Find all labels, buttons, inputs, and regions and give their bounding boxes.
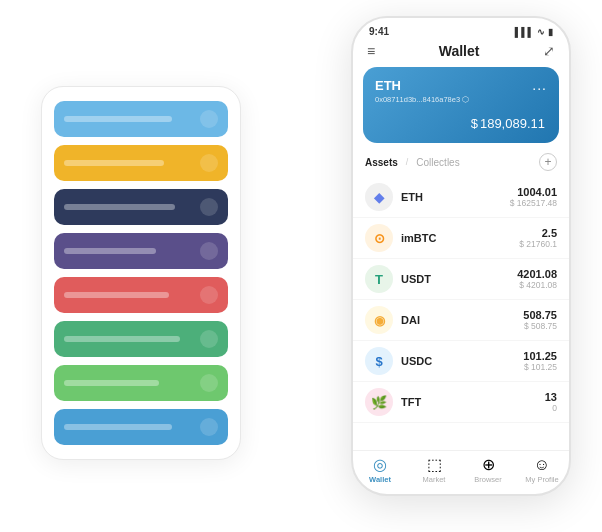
card-item-2[interactable]: [54, 189, 228, 225]
asset-name-usdt: USDT: [401, 273, 517, 285]
asset-name-imbtc: imBTC: [401, 232, 519, 244]
asset-icon-tft: 🌿: [365, 388, 393, 416]
asset-usd: $ 508.75: [523, 321, 557, 331]
asset-amount: 13: [545, 391, 557, 403]
eth-card-balance: $189,089.11: [375, 110, 547, 133]
wifi-icon: ∿: [537, 27, 545, 37]
card-item-5[interactable]: [54, 321, 228, 357]
asset-usd: $ 162517.48: [510, 198, 557, 208]
asset-name-usdc: USDC: [401, 355, 523, 367]
card-item-0[interactable]: [54, 101, 228, 137]
card-item-6[interactable]: [54, 365, 228, 401]
asset-icon-imbtc: ⊙: [365, 224, 393, 252]
nav-label-0: Wallet: [369, 475, 391, 484]
assets-tabs: Assets / Collectles: [365, 157, 460, 168]
asset-usd: 0: [545, 403, 557, 413]
asset-amount: 4201.08: [517, 268, 557, 280]
card-icon-4: [200, 286, 218, 304]
bottom-nav: ◎Wallet⬚Market⊕Browser☺My Profile: [353, 450, 569, 494]
menu-icon[interactable]: ≡: [367, 43, 375, 59]
card-icon-3: [200, 242, 218, 260]
asset-values-tft: 130: [545, 391, 557, 413]
asset-icon-eth: ◆: [365, 183, 393, 211]
asset-icon-usdc: $: [365, 347, 393, 375]
phone-header: ≡ Wallet ⤢: [353, 41, 569, 67]
eth-card-menu[interactable]: ...: [532, 77, 547, 93]
asset-row-eth[interactable]: ◆ETH1004.01$ 162517.48: [353, 177, 569, 218]
nav-icon-2: ⊕: [482, 457, 495, 473]
nav-label-2: Browser: [474, 475, 502, 484]
status-icons: ▌▌▌ ∿ ▮: [515, 27, 553, 37]
eth-card-address: 0x08711d3b...8416a78e3 ⬡: [375, 95, 547, 104]
asset-usd: $ 4201.08: [517, 280, 557, 290]
asset-icon-usdt: T: [365, 265, 393, 293]
asset-amount: 2.5: [519, 227, 557, 239]
nav-item-my-profile[interactable]: ☺My Profile: [515, 457, 569, 484]
nav-icon-0: ◎: [373, 457, 387, 473]
card-item-1[interactable]: [54, 145, 228, 181]
asset-name-dai: DAI: [401, 314, 523, 326]
asset-row-dai[interactable]: ◉DAI508.75$ 508.75: [353, 300, 569, 341]
status-bar: 9:41 ▌▌▌ ∿ ▮: [353, 18, 569, 41]
eth-card[interactable]: ETH ... 0x08711d3b...8416a78e3 ⬡ $189,08…: [363, 67, 559, 143]
asset-values-usdc: 101.25$ 101.25: [523, 350, 557, 372]
asset-usd: $ 21760.1: [519, 239, 557, 249]
status-time: 9:41: [369, 26, 389, 37]
card-item-4[interactable]: [54, 277, 228, 313]
nav-item-market[interactable]: ⬚Market: [407, 457, 461, 484]
nav-item-browser[interactable]: ⊕Browser: [461, 457, 515, 484]
card-icon-5: [200, 330, 218, 348]
asset-values-eth: 1004.01$ 162517.48: [510, 186, 557, 208]
asset-row-tft[interactable]: 🌿TFT130: [353, 382, 569, 423]
card-icon-1: [200, 154, 218, 172]
card-item-3[interactable]: [54, 233, 228, 269]
add-asset-button[interactable]: +: [539, 153, 557, 171]
signal-icon: ▌▌▌: [515, 27, 534, 37]
asset-row-imbtc[interactable]: ⊙imBTC2.5$ 21760.1: [353, 218, 569, 259]
tab-collectibles[interactable]: Collectles: [416, 157, 459, 168]
asset-values-usdt: 4201.08$ 4201.08: [517, 268, 557, 290]
assets-header: Assets / Collectles +: [353, 153, 569, 177]
expand-icon[interactable]: ⤢: [543, 43, 555, 59]
asset-amount: 1004.01: [510, 186, 557, 198]
asset-row-usdc[interactable]: $USDC101.25$ 101.25: [353, 341, 569, 382]
asset-values-imbtc: 2.5$ 21760.1: [519, 227, 557, 249]
card-icon-6: [200, 374, 218, 392]
asset-name-tft: TFT: [401, 396, 545, 408]
nav-label-3: My Profile: [525, 475, 558, 484]
page-title: Wallet: [439, 43, 480, 59]
card-icon-7: [200, 418, 218, 436]
phone-mockup: 9:41 ▌▌▌ ∿ ▮ ≡ Wallet ⤢ ETH ... 0x08711d…: [351, 16, 571, 496]
tab-divider: /: [406, 157, 409, 167]
scene: 9:41 ▌▌▌ ∿ ▮ ≡ Wallet ⤢ ETH ... 0x08711d…: [21, 16, 581, 516]
phone-content: ETH ... 0x08711d3b...8416a78e3 ⬡ $189,08…: [353, 67, 569, 450]
battery-icon: ▮: [548, 27, 553, 37]
card-stack: [41, 86, 241, 460]
eth-card-header: ETH ...: [375, 77, 547, 93]
asset-name-eth: ETH: [401, 191, 510, 203]
nav-item-wallet[interactable]: ◎Wallet: [353, 457, 407, 484]
asset-amount: 508.75: [523, 309, 557, 321]
asset-list: ◆ETH1004.01$ 162517.48⊙imBTC2.5$ 21760.1…: [353, 177, 569, 450]
nav-icon-1: ⬚: [427, 457, 442, 473]
tab-assets[interactable]: Assets: [365, 157, 398, 168]
asset-icon-dai: ◉: [365, 306, 393, 334]
asset-amount: 101.25: [523, 350, 557, 362]
card-icon-2: [200, 198, 218, 216]
asset-usd: $ 101.25: [523, 362, 557, 372]
nav-icon-3: ☺: [534, 457, 550, 473]
asset-values-dai: 508.75$ 508.75: [523, 309, 557, 331]
nav-label-1: Market: [423, 475, 446, 484]
card-item-7[interactable]: [54, 409, 228, 445]
asset-row-usdt[interactable]: TUSDT4201.08$ 4201.08: [353, 259, 569, 300]
card-icon-0: [200, 110, 218, 128]
eth-card-title: ETH: [375, 78, 401, 93]
